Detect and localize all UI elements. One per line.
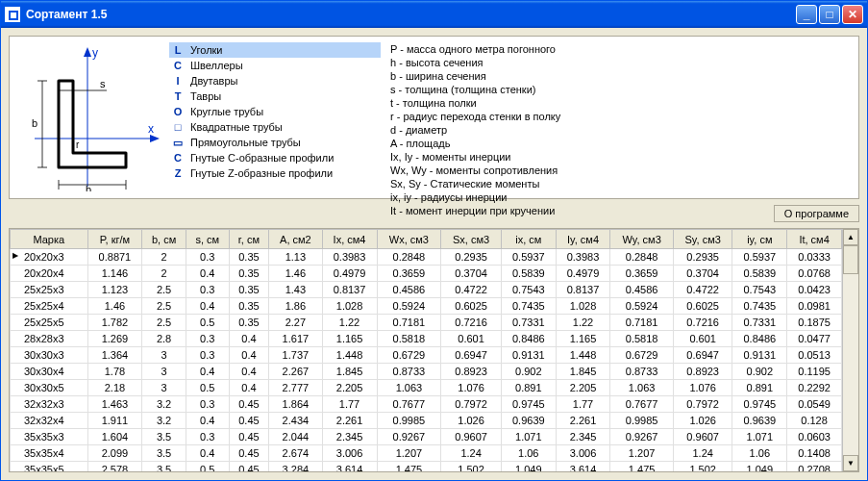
scroll-up-button[interactable]: ▲ [843, 229, 858, 245]
vertical-scrollbar[interactable]: ▲ ▼ [842, 229, 858, 471]
table-cell[interactable]: 1.737 [269, 347, 322, 364]
table-cell[interactable]: 1.071 [501, 429, 556, 445]
table-cell[interactable]: 1.364 [87, 347, 142, 364]
table-cell[interactable]: 0.9639 [501, 413, 556, 429]
table-cell[interactable]: 0.2848 [610, 249, 674, 266]
close-button[interactable]: ✕ [842, 5, 863, 24]
table-cell[interactable]: 0.5924 [610, 298, 674, 315]
table-cell[interactable]: 0.8923 [673, 364, 732, 380]
table-row[interactable]: 35x35x42.0993.50.40.452.6743.0061.2071.2… [11, 445, 842, 462]
table-cell[interactable]: 3 [142, 364, 186, 380]
table-cell[interactable]: 3.5 [142, 462, 186, 472]
table-cell[interactable]: 1.026 [673, 413, 732, 429]
table-cell[interactable]: 1.207 [610, 445, 674, 462]
column-header[interactable]: Wy, см3 [610, 230, 674, 249]
profile-type-item[interactable]: CГнутые С-образные профили [169, 150, 381, 165]
table-cell[interactable]: 1.049 [501, 462, 556, 472]
table-cell[interactable]: 0.7216 [441, 315, 502, 331]
table-cell[interactable]: 0.0333 [787, 249, 842, 266]
table-cell[interactable]: 0.5937 [501, 249, 556, 266]
table-cell[interactable]: 1.782 [87, 315, 142, 331]
table-cell[interactable]: 2.044 [269, 429, 322, 445]
column-header[interactable]: P, кг/м [87, 230, 142, 249]
table-cell[interactable]: 2.5 [142, 315, 186, 331]
table-cell[interactable]: 1.06 [732, 445, 787, 462]
table-cell[interactable]: 2.267 [269, 364, 322, 380]
table-cell[interactable]: 0.0423 [787, 282, 842, 298]
table-cell[interactable]: 1.448 [556, 347, 610, 364]
column-header[interactable]: Iy, см4 [556, 230, 610, 249]
table-cell[interactable]: 0.8137 [556, 282, 610, 298]
table-cell[interactable]: 0.7972 [673, 396, 732, 413]
scroll-down-button[interactable]: ▼ [843, 455, 858, 471]
table-row[interactable]: 25x25x51.7822.50.50.352.271.220.71810.72… [11, 315, 842, 331]
table-cell[interactable]: 1.46 [87, 298, 142, 315]
table-cell[interactable]: 0.35 [229, 282, 269, 298]
table-cell[interactable]: 1.076 [673, 380, 732, 396]
table-cell[interactable]: 1.617 [269, 331, 322, 347]
table-cell[interactable]: 3.5 [142, 429, 186, 445]
table-cell[interactable]: 0.35 [229, 298, 269, 315]
table-cell[interactable]: 0.7677 [610, 396, 674, 413]
maximize-button[interactable]: □ [819, 5, 840, 24]
table-cell[interactable]: 1.049 [732, 462, 787, 472]
scroll-track[interactable] [843, 245, 858, 455]
table-cell[interactable]: 25x25x3 [11, 282, 88, 298]
table-cell[interactable]: 0.2848 [377, 249, 441, 266]
table-row[interactable]: 20x20x41.14620.40.351.460.49790.36590.37… [11, 266, 842, 282]
table-cell[interactable]: 2.674 [269, 445, 322, 462]
table-cell[interactable]: 0.7181 [377, 315, 441, 331]
table-cell[interactable]: 0.3 [186, 347, 229, 364]
table-cell[interactable]: 0.5937 [732, 249, 787, 266]
table-cell[interactable]: 2 [142, 266, 186, 282]
table-cell[interactable]: 1.845 [322, 364, 377, 380]
table-cell[interactable]: 0.1195 [787, 364, 842, 380]
table-cell[interactable]: 0.6947 [441, 347, 502, 364]
table-cell[interactable]: 0.3983 [556, 249, 610, 266]
table-cell[interactable]: 0.2935 [441, 249, 502, 266]
table-cell[interactable]: 1.071 [732, 429, 787, 445]
table-cell[interactable]: 0.3659 [377, 266, 441, 282]
table-cell[interactable]: 2 [142, 249, 186, 266]
table-cell[interactable]: 1.911 [87, 413, 142, 429]
column-header[interactable]: It, см4 [787, 230, 842, 249]
table-cell[interactable]: 3.2 [142, 396, 186, 413]
table-cell[interactable]: 1.063 [610, 380, 674, 396]
table-cell[interactable]: 1.165 [556, 331, 610, 347]
table-cell[interactable]: 2.261 [556, 413, 610, 429]
table-cell[interactable]: 0.128 [787, 413, 842, 429]
column-header[interactable]: r, см [229, 230, 269, 249]
table-cell[interactable]: 0.1875 [787, 315, 842, 331]
table-cell[interactable]: 0.45 [229, 429, 269, 445]
profile-type-item[interactable]: TТавры [169, 89, 381, 104]
table-cell[interactable]: 0.7435 [732, 298, 787, 315]
table-cell[interactable]: 0.3 [186, 396, 229, 413]
scroll-thumb[interactable] [843, 245, 858, 274]
table-cell[interactable]: 1.028 [322, 298, 377, 315]
table-cell[interactable]: 0.9745 [501, 396, 556, 413]
titlebar[interactable]: Сортамент 1.5 _ □ ✕ [1, 1, 867, 28]
table-cell[interactable]: 2.345 [556, 429, 610, 445]
table-cell[interactable]: 1.269 [87, 331, 142, 347]
table-cell[interactable]: 2.434 [269, 413, 322, 429]
table-cell[interactable]: 2.27 [269, 315, 322, 331]
table-cell[interactable]: 2.8 [142, 331, 186, 347]
column-header[interactable]: Sy, см3 [673, 230, 732, 249]
table-cell[interactable]: 0.6729 [610, 347, 674, 364]
table-cell[interactable]: 0.3 [186, 429, 229, 445]
table-cell[interactable]: 0.2708 [787, 462, 842, 472]
table-cell[interactable]: 0.4 [186, 266, 229, 282]
table-cell[interactable]: 0.5839 [501, 266, 556, 282]
table-cell[interactable]: 0.7181 [610, 315, 674, 331]
table-cell[interactable]: 0.4 [229, 380, 269, 396]
table-cell[interactable]: 1.463 [87, 396, 142, 413]
table-cell[interactable]: 0.3 [186, 282, 229, 298]
table-cell[interactable]: 0.7216 [673, 315, 732, 331]
table-cell[interactable]: 0.902 [501, 364, 556, 380]
table-row[interactable]: 25x25x41.462.50.40.351.861.0280.59240.60… [11, 298, 842, 315]
table-row[interactable]: 20x20x30.887120.30.351.130.39830.28480.2… [11, 249, 842, 266]
table-cell[interactable]: 30x30x3 [11, 347, 88, 364]
table-cell[interactable]: 0.7331 [501, 315, 556, 331]
table-cell[interactable]: 0.5839 [732, 266, 787, 282]
table-row[interactable]: 30x30x52.1830.50.42.7772.2051.0631.0760.… [11, 380, 842, 396]
